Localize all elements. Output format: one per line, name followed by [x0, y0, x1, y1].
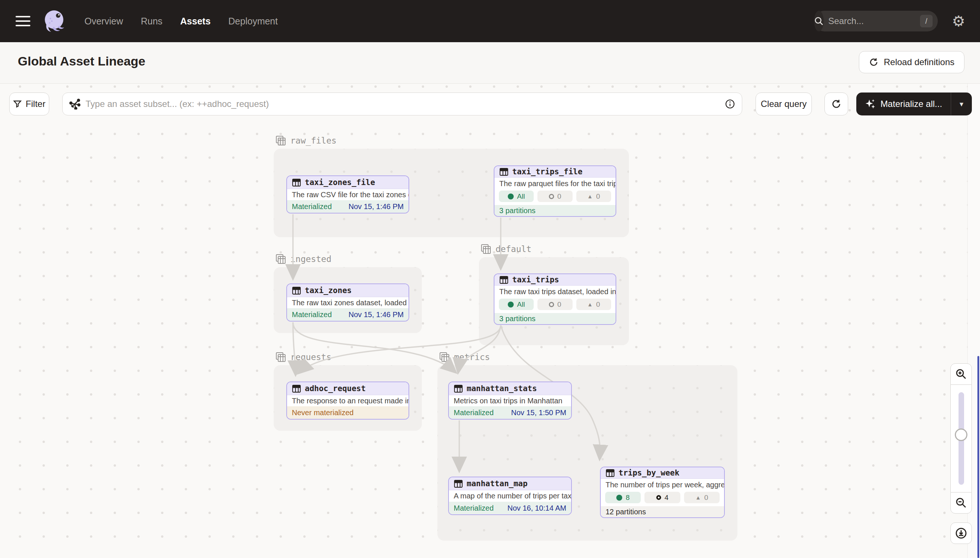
triangle-icon: ▲ — [587, 193, 593, 199]
asset-status-footer: Materialized Nov 15, 1:46 PM — [287, 308, 408, 321]
asset-partitions-footer: 12 partitions — [601, 506, 724, 517]
table-icon — [454, 384, 463, 393]
asset-description: The response to an request made in th... — [287, 395, 408, 406]
asset-node-manhattan-stats[interactable]: manhattan_stats Metrics on taxi trips in… — [448, 381, 572, 420]
partition-pills: All 0 ▲0 — [494, 298, 616, 313]
asset-node-taxi-zones[interactable]: taxi_zones The raw taxi zones dataset, l… — [286, 284, 409, 322]
asset-description: The raw taxi trips dataset, loaded into … — [494, 286, 616, 298]
top-navbar: Overview Runs Assets Deployment / ⚙ — [0, 0, 980, 42]
asset-title: taxi_trips_file — [512, 167, 583, 176]
table-icon — [454, 479, 463, 488]
partitions-count: 12 partitions — [606, 508, 646, 516]
bold-circle-icon — [656, 495, 661, 500]
refresh-button[interactable] — [824, 92, 848, 115]
status-label: Never materialized — [292, 409, 354, 417]
info-icon[interactable] — [725, 99, 735, 109]
asset-node-header: adhoc_request — [287, 382, 408, 395]
triangle-icon: ▲ — [587, 301, 593, 307]
group-table-icon — [275, 135, 286, 146]
status-timestamp: Nov 15, 1:46 PM — [349, 310, 404, 319]
global-search[interactable]: / — [814, 11, 938, 31]
group-label-ingested[interactable]: ingested — [275, 254, 331, 264]
partitions-materialized-pill[interactable]: All — [499, 299, 534, 310]
asset-description: A map of the number of trips per taxi z.… — [449, 490, 571, 502]
hamburger-menu-icon[interactable] — [16, 16, 30, 26]
group-table-icon — [275, 254, 286, 264]
asset-description: Metrics on taxi trips in Manhattan — [449, 395, 571, 406]
asset-description: The raw taxi zones dataset, loaded int..… — [287, 297, 408, 308]
asset-node-header: taxi_trips — [494, 274, 616, 286]
status-timestamp: Nov 16, 10:14 AM — [507, 504, 566, 512]
table-icon — [499, 167, 509, 177]
status-label: Materialized — [292, 310, 332, 319]
partitions-failed-pill[interactable]: 0 — [537, 190, 572, 202]
hollow-circle-icon — [549, 302, 554, 307]
nav-item-assets[interactable]: Assets — [180, 16, 211, 27]
asset-node-trips-by-week[interactable]: trips_by_week The number of trips per we… — [600, 467, 725, 518]
zoom-out-button[interactable] — [950, 492, 972, 514]
partitions-missing-pill[interactable]: ▲0 — [684, 492, 720, 503]
partitions-missing-pill[interactable]: ▲0 — [576, 190, 611, 202]
group-label-raw-files[interactable]: raw_files — [275, 135, 337, 146]
reload-definitions-button[interactable]: Reload definitions — [859, 51, 964, 73]
partitions-failed-pill[interactable]: 0 — [537, 299, 572, 310]
asset-status-footer: Materialized Nov 16, 10:14 AM — [449, 502, 571, 514]
status-label: Materialized — [454, 504, 494, 512]
nav-item-deployment[interactable]: Deployment — [229, 16, 278, 27]
asset-node-taxi-trips[interactable]: taxi_trips The raw taxi trips dataset, l… — [494, 274, 616, 325]
clear-query-button[interactable]: Clear query — [756, 92, 812, 115]
hollow-circle-icon — [549, 194, 554, 199]
group-label-metrics[interactable]: metrics — [439, 352, 490, 362]
page-header: Global Asset Lineage Reload definitions — [0, 42, 980, 84]
asset-status-footer: Materialized Nov 15, 1:46 PM — [287, 200, 408, 213]
toolbar: Filter Clear query Mat — [0, 92, 980, 115]
partitions-failed-pill[interactable]: 4 — [644, 492, 680, 503]
asset-query-inputbox[interactable] — [62, 92, 742, 115]
asset-description: The raw parquet files for the taxi trips… — [494, 177, 616, 190]
group-label-requests[interactable]: requests — [275, 352, 331, 362]
asset-node-taxi-trips-file[interactable]: taxi_trips_file The raw parquet files fo… — [494, 166, 616, 217]
asset-node-adhoc-request[interactable]: adhoc_request The response to an request… — [286, 381, 409, 420]
asset-node-header: taxi_zones — [287, 284, 408, 297]
nav-links: Overview Runs Assets Deployment — [84, 16, 278, 27]
asset-node-taxi-zones-file[interactable]: taxi_zones_file The raw CSV file for the… — [286, 176, 409, 213]
status-timestamp: Nov 15, 1:46 PM — [349, 202, 404, 211]
zoom-slider-thumb[interactable] — [955, 428, 967, 441]
vertical-scrollbar[interactable] — [977, 356, 979, 558]
download-image-button[interactable] — [950, 522, 972, 544]
sparkle-icon — [865, 98, 876, 110]
group-table-icon — [481, 244, 491, 254]
filled-circle-icon — [508, 302, 514, 307]
group-table-icon — [439, 352, 450, 362]
reload-icon — [869, 57, 878, 67]
settings-gear-icon[interactable]: ⚙ — [952, 14, 965, 28]
asset-title: manhattan_stats — [467, 384, 537, 393]
asset-title: trips_by_week — [619, 468, 679, 478]
dagster-global-asset-lineage: raw_files ingested default requests metr… — [0, 0, 980, 558]
caret-down-icon: ▾ — [960, 100, 964, 108]
materialize-all-button[interactable]: Materialize all... ▾ — [856, 92, 972, 115]
zoom-in-icon — [955, 368, 967, 380]
asset-node-manhattan-map[interactable]: manhattan_map A map of the number of tri… — [448, 477, 572, 515]
partitions-materialized-pill[interactable]: All — [499, 190, 534, 202]
zoom-in-button[interactable] — [950, 363, 972, 385]
materialize-all-dropdown[interactable]: ▾ — [951, 92, 972, 115]
zoom-slider[interactable] — [950, 385, 972, 492]
materialize-all-main[interactable]: Materialize all... — [856, 92, 951, 115]
partition-pills: All 0 ▲0 — [494, 190, 616, 205]
asset-title: taxi_trips — [512, 275, 559, 284]
asset-query-input[interactable] — [81, 99, 725, 109]
nav-item-overview[interactable]: Overview — [84, 16, 123, 27]
search-icon — [814, 11, 824, 31]
partitions-materialized-pill[interactable]: 8 — [605, 492, 641, 503]
asset-partitions-footer: 3 partitions — [494, 313, 616, 324]
filter-button[interactable]: Filter — [9, 92, 49, 115]
group-label-default[interactable]: default — [481, 244, 532, 254]
nav-item-runs[interactable]: Runs — [141, 16, 162, 27]
table-icon — [292, 384, 301, 393]
asset-node-header: taxi_trips_file — [494, 166, 616, 177]
asset-node-header: trips_by_week — [601, 467, 724, 479]
status-label: Materialized — [454, 409, 494, 417]
dagster-logo[interactable] — [41, 9, 66, 33]
partitions-missing-pill[interactable]: ▲0 — [576, 299, 611, 310]
